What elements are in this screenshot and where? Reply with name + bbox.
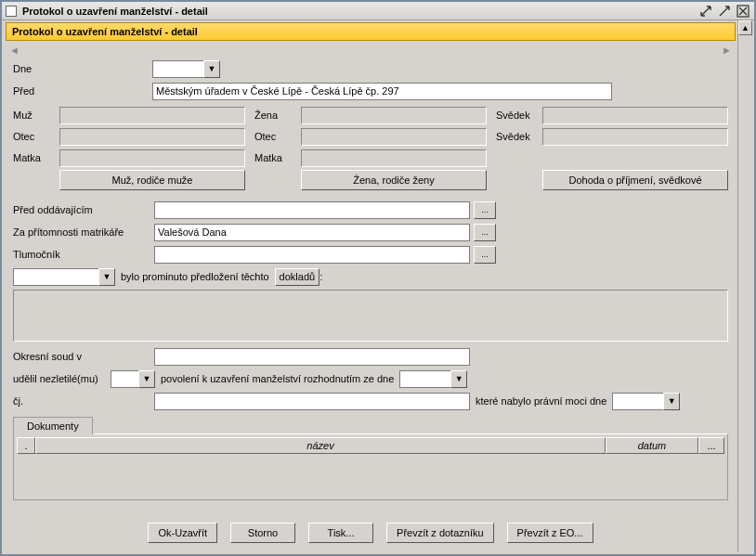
za-prit-input[interactable]: Valešová Dana	[154, 224, 470, 241]
prominuto-input[interactable]	[13, 268, 98, 286]
grid-col-date[interactable]: datum	[606, 437, 698, 454]
muz-field	[59, 107, 245, 124]
cj-input[interactable]	[154, 393, 470, 410]
matka-z-label: Matka	[254, 152, 301, 163]
grid-header: . název datum ...	[17, 437, 724, 454]
ok-button[interactable]: Ok-Uzavřít	[148, 523, 217, 543]
chevron-down-icon[interactable]: ▼	[138, 370, 155, 388]
povoleni-date-input[interactable]	[399, 370, 450, 388]
povoleni-date-combo[interactable]: ▼	[399, 370, 467, 388]
scroll-up-icon[interactable]: ▲	[738, 20, 752, 35]
chevron-down-icon[interactable]: ▼	[203, 60, 220, 78]
svedek1-field	[542, 107, 728, 124]
pred-odd-label: Před oddávajícím	[13, 204, 154, 215]
muz-label: Muž	[13, 110, 59, 121]
doklady-textarea[interactable]	[13, 290, 728, 342]
dohoda-button[interactable]: Dohoda o příjmení, svědkové	[542, 170, 728, 190]
svedek1-label: Svědek	[496, 110, 542, 121]
minimize-icon[interactable]	[698, 5, 713, 18]
chevron-down-icon[interactable]: ▼	[663, 393, 680, 410]
grid-col-marker[interactable]: .	[17, 437, 35, 454]
window-icon	[6, 6, 17, 17]
tab-dokumenty[interactable]: Dokumenty	[13, 417, 93, 434]
otec-z-label: Otec	[254, 131, 301, 142]
prevzit-dotaznik-button[interactable]: Převzít z dotazníku	[386, 523, 494, 543]
ktere-text: které nabylo právní moci dne	[476, 395, 606, 407]
chevron-down-icon[interactable]: ▼	[450, 370, 467, 388]
next-record-icon[interactable]: ►	[722, 45, 732, 56]
titlebar: Protokol o uzavření manželství - detail	[2, 2, 754, 20]
dne-combo[interactable]: ▼	[152, 60, 220, 78]
page-title: Protokol o uzavření manželství - detail	[6, 22, 736, 41]
pred-label: Před	[13, 85, 152, 97]
pred-odd-input[interactable]	[154, 201, 470, 219]
okresni-label: Okresní soud v	[13, 351, 154, 362]
nav-row: ◄ ►	[4, 43, 737, 58]
svedek2-label: Svědek	[496, 131, 542, 142]
matka-z-field	[301, 149, 487, 167]
chevron-down-icon[interactable]: ▼	[98, 268, 115, 286]
grid-col-more[interactable]: ...	[698, 437, 724, 454]
prev-record-icon[interactable]: ◄	[9, 45, 20, 56]
matka-m-field	[59, 149, 245, 167]
dokladu-button[interactable]: dokladů	[275, 268, 320, 286]
prominuto-text: bylo prominuto předložení těchto	[121, 271, 269, 282]
vertical-scrollbar[interactable]: ▲	[737, 20, 752, 552]
okresni-input[interactable]	[154, 348, 470, 366]
za-prit-browse-button[interactable]: ...	[474, 224, 496, 241]
otec-m-field	[59, 128, 245, 146]
tlumocnik-browse-button[interactable]: ...	[474, 246, 496, 264]
pred-odd-browse-button[interactable]: ...	[474, 201, 496, 219]
pred-input[interactable]: Městským úřadem v České Lípě - Česká Líp…	[152, 83, 612, 100]
tabs: Dokumenty . název datum ...	[13, 416, 728, 500]
otec-z-field	[301, 128, 487, 146]
otec-m-label: Otec	[13, 131, 59, 142]
svedek2-field	[542, 128, 728, 146]
tlumocnik-label: Tlumočník	[13, 249, 154, 260]
tisk-button[interactable]: Tisk...	[308, 523, 373, 543]
ktere-date-combo[interactable]: ▼	[612, 393, 680, 410]
cj-label: čj.	[13, 395, 154, 407]
body: Protokol o uzavření manželství - detail …	[4, 20, 737, 552]
app-window: Protokol o uzavření manželství - detail …	[0, 0, 756, 556]
povoleni-text: povolení k uzavření manželství rozhodnut…	[161, 373, 394, 384]
form: Dne ▼ Před Městským úřadem v České Lípě …	[4, 58, 737, 500]
zena-field	[301, 107, 487, 124]
muz-rodice-button[interactable]: Muž, rodiče muže	[59, 170, 245, 190]
tab-panel: . název datum ...	[13, 433, 728, 500]
maximize-icon[interactable]	[717, 5, 732, 18]
window-title: Protokol o uzavření manželství - detail	[22, 6, 698, 17]
bottom-toolbar: Ok-Uzavřít Storno Tisk... Převzít z dota…	[4, 517, 737, 549]
za-prit-label: Za přítomnosti matrikáře	[13, 226, 154, 238]
grid-col-name[interactable]: název	[35, 437, 606, 454]
udelil-combo[interactable]: ▼	[111, 370, 155, 388]
tlumocnik-input[interactable]	[154, 246, 470, 264]
matka-m-label: Matka	[13, 152, 59, 163]
dne-input[interactable]	[152, 60, 203, 78]
storno-button[interactable]: Storno	[230, 523, 295, 543]
ktere-date-input[interactable]	[612, 393, 663, 410]
zena-rodice-button[interactable]: Žena, rodiče ženy	[301, 170, 487, 190]
dne-label: Dne	[13, 63, 152, 74]
prevzit-eo-button[interactable]: Převzít z EO...	[507, 523, 593, 543]
prominuto-combo[interactable]: ▼	[13, 268, 115, 286]
zena-label: Žena	[254, 110, 301, 121]
udelil-label: udělil nezletilé(mu)	[13, 373, 111, 384]
udelil-input[interactable]	[111, 370, 138, 388]
close-icon[interactable]	[736, 5, 750, 18]
